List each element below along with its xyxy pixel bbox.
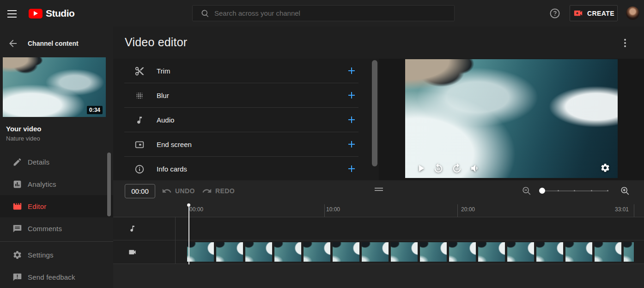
scissors-icon — [134, 66, 145, 76]
ruler-tick — [457, 204, 458, 217]
filmstrip-thumb[interactable] — [420, 242, 447, 262]
comment-icon — [12, 223, 23, 234]
filmstrip-thumb[interactable] — [595, 242, 621, 262]
page-title: Video editor — [125, 36, 187, 49]
video-preview[interactable]: 10 10 — [405, 59, 618, 178]
filmstrip-thumb[interactable] — [362, 242, 389, 262]
filmstrip-thumb[interactable] — [245, 242, 272, 262]
video-preview-panel: 10 10 — [379, 59, 644, 180]
tool-label: Audio — [157, 116, 174, 124]
create-button[interactable]: CREATE — [570, 5, 618, 21]
ruler-label: 10:00 — [326, 206, 340, 213]
tool-row-trim[interactable]: Trim — [113, 59, 379, 83]
play-button[interactable] — [415, 163, 426, 174]
account-avatar[interactable] — [626, 6, 639, 20]
add-info-cards-button[interactable] — [346, 163, 357, 174]
zoom-in-icon[interactable] — [620, 186, 630, 196]
filmstrip-thumb[interactable] — [216, 242, 243, 262]
filmstrip — [187, 242, 634, 262]
zoom-slider-knob[interactable] — [539, 188, 545, 194]
editor-header: Video editor — [113, 26, 644, 59]
timeline-toolbar: 00:00 UNDO REDO — [113, 180, 644, 202]
sidebar-item-label: Send feedback — [28, 273, 75, 281]
ruler-tick — [324, 204, 325, 217]
filmstrip-thumb[interactable] — [565, 242, 592, 262]
undo-button[interactable]: UNDO — [162, 186, 195, 196]
help-icon[interactable] — [549, 8, 560, 19]
filmstrip-thumb[interactable] — [536, 242, 563, 262]
filmstrip-thumb[interactable] — [333, 242, 359, 262]
filmstrip-thumb[interactable] — [449, 242, 476, 262]
current-time-input[interactable]: 00:00 — [125, 184, 155, 198]
add-blur-button[interactable] — [346, 90, 357, 101]
timeline-area: 00:00 10:00 20:00 33:01 — [113, 202, 644, 288]
add-audio-button[interactable] — [346, 114, 357, 125]
kebab-menu-icon[interactable] — [621, 38, 629, 48]
sidebar-item-editor[interactable]: Editor — [0, 195, 113, 217]
svg-text:10: 10 — [437, 167, 440, 171]
filmstrip-thumb[interactable] — [274, 242, 301, 262]
add-trim-button[interactable] — [346, 65, 357, 76]
ruler-tick — [634, 204, 634, 217]
sidebar-item-details[interactable]: Details — [0, 151, 113, 173]
search-bar[interactable] — [192, 5, 455, 21]
sidebar-item-label: Analytics — [28, 180, 56, 188]
filmstrip-thumb[interactable] — [187, 242, 214, 262]
filmstrip-thumb[interactable] — [391, 242, 418, 262]
channel-content-label[interactable]: Channel content — [28, 40, 79, 47]
audio-track-lane[interactable] — [176, 217, 644, 240]
zoom-out-icon[interactable] — [522, 186, 532, 196]
sidebar-divider — [0, 241, 113, 242]
forward-10-button[interactable]: 10 — [451, 163, 462, 174]
editor-content-row: Trim Blur — [113, 59, 644, 180]
redo-label: REDO — [215, 187, 235, 195]
video-track-lane[interactable] — [176, 240, 644, 263]
music-note-icon — [127, 224, 137, 234]
player-settings-icon[interactable] — [600, 163, 611, 174]
sidebar-item-comments[interactable]: Comments — [0, 217, 113, 239]
tool-label: Info cards — [157, 165, 187, 173]
logo-text: Studio — [46, 8, 74, 19]
timeline-zoom-slider[interactable] — [540, 190, 608, 191]
video-thumbnail[interactable]: 0:34 — [3, 57, 106, 117]
timeline-ruler[interactable]: 00:00 10:00 20:00 33:01 — [113, 202, 644, 217]
sidebar-item-analytics[interactable]: Analytics — [0, 173, 113, 195]
volume-icon[interactable] — [470, 163, 481, 174]
tool-row-end-screen[interactable]: End screen — [113, 132, 379, 157]
tool-row-info-cards[interactable]: Info cards — [113, 157, 379, 180]
sidebar-item-label: Settings — [28, 251, 54, 259]
filmstrip-thumb[interactable] — [624, 242, 634, 262]
tools-scrollbar[interactable] — [372, 60, 377, 166]
filmstrip-thumb[interactable] — [304, 242, 330, 262]
sidebar-scrollbar[interactable] — [107, 153, 111, 216]
search-input[interactable] — [214, 9, 436, 17]
back-arrow-icon[interactable] — [7, 38, 18, 49]
tool-label: Trim — [157, 67, 170, 75]
tool-row-audio[interactable]: Audio — [113, 108, 379, 132]
add-end-screen-button[interactable] — [346, 139, 357, 150]
filmstrip-thumb[interactable] — [478, 242, 505, 262]
sidebar-item-settings[interactable]: Settings — [0, 244, 113, 266]
tool-label: Blur — [157, 92, 169, 99]
panel-resize-handle[interactable] — [375, 188, 383, 192]
duration-badge: 0:34 — [87, 106, 103, 114]
youtube-studio-logo[interactable]: Studio — [29, 8, 74, 19]
tool-label: End screen — [157, 141, 192, 148]
video-track-header — [113, 240, 176, 263]
tool-row-blur[interactable]: Blur — [113, 83, 379, 108]
sidebar-menu: Details Analytics Editor Comments — [0, 151, 113, 288]
music-note-icon — [134, 115, 145, 125]
sidebar-item-label: Comments — [28, 225, 62, 233]
audio-track-row — [113, 217, 644, 240]
hamburger-menu-icon[interactable] — [6, 8, 18, 19]
video-title: Your video — [6, 125, 41, 133]
filmstrip-thumb[interactable] — [507, 242, 534, 262]
redo-button[interactable]: REDO — [202, 186, 235, 196]
rewind-10-button[interactable]: 10 — [433, 163, 444, 174]
ruler-label: 33:01 — [615, 206, 629, 213]
feedback-icon — [12, 271, 23, 282]
editor-tools-panel: Trim Blur — [113, 59, 379, 180]
youtube-play-icon — [29, 9, 43, 18]
ruler-label: 00:00 — [189, 206, 203, 213]
sidebar-item-send-feedback[interactable]: Send feedback — [0, 266, 113, 288]
